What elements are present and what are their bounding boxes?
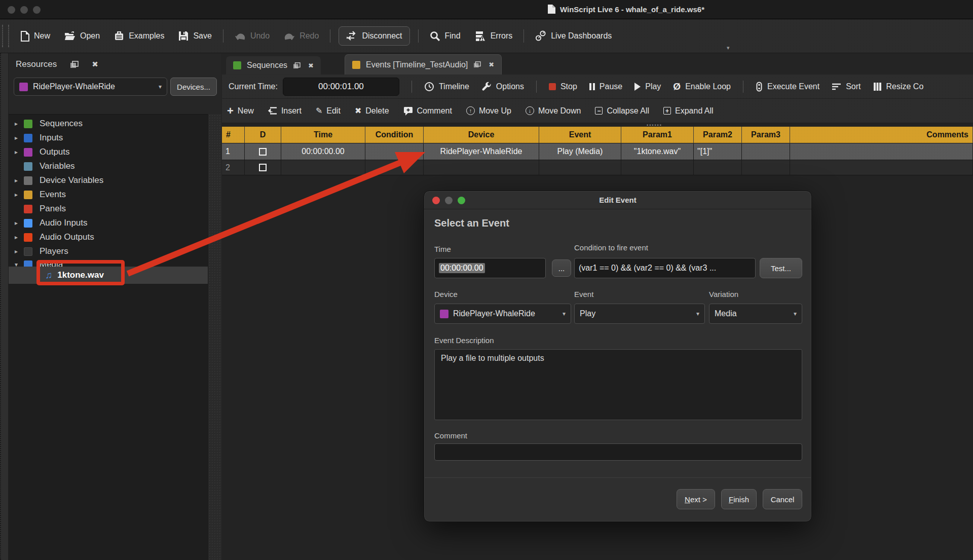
save-button[interactable]: Save — [175, 27, 214, 45]
toolbar-drag-handle[interactable] — [2, 25, 9, 47]
popout-panel-icon[interactable] — [70, 61, 79, 68]
tree-item-outputs[interactable]: ▸ Outputs — [9, 145, 208, 159]
col-event[interactable]: Event — [539, 127, 621, 143]
time-input[interactable]: 00:00:00.00 — [434, 258, 546, 278]
expand-arrow-icon[interactable]: ▸ — [9, 120, 24, 127]
expand-arrow-icon[interactable]: ▸ — [9, 177, 24, 184]
col-param3[interactable]: Param3 — [742, 127, 790, 143]
play-button[interactable]: Play — [634, 82, 661, 91]
window-minimize-button[interactable] — [20, 6, 28, 14]
move-up-button[interactable]: ↑ Move Up — [466, 106, 511, 116]
edit-button[interactable]: ✎ Edit — [316, 106, 341, 116]
col-param1[interactable]: Param1 — [621, 127, 694, 143]
col-num[interactable]: # — [222, 127, 245, 143]
close-panel-icon[interactable]: ✖ — [92, 60, 98, 69]
test-button[interactable]: Test... — [760, 258, 802, 278]
insert-button[interactable]: Insert — [268, 106, 302, 116]
tree-item-audio-inputs[interactable]: ▸ Audio Inputs — [9, 216, 208, 230]
event-description-box[interactable]: Play a file to multiple outputs — [434, 349, 802, 420]
comment-input[interactable] — [434, 443, 802, 461]
tree-item-device-variables[interactable]: ▸ Device Variables — [9, 173, 208, 188]
move-down-button[interactable]: ↓ Move Down — [526, 106, 581, 116]
table-row-1[interactable]: 1 00:00:00.00 RidePlayer-WhaleRide Play … — [222, 143, 973, 160]
table-row-2[interactable]: 2 — [222, 160, 973, 175]
next-button[interactable]: Next > — [677, 489, 715, 509]
col-param2[interactable]: Param2 — [694, 127, 742, 143]
cell-disable[interactable] — [245, 160, 281, 175]
col-condition[interactable]: Condition — [365, 127, 424, 143]
finish-button[interactable]: Finish — [721, 489, 757, 509]
redo-button[interactable]: Redo — [281, 27, 322, 45]
col-time[interactable]: Time — [281, 127, 365, 143]
tab-events-timeline-testaudio[interactable]: Events [Timeline_TestAudio] ✖ — [345, 54, 502, 74]
devices-button[interactable]: Devices... — [170, 78, 217, 96]
expand-arrow-icon[interactable]: ▸ — [9, 134, 24, 141]
cell-device[interactable]: RidePlayer-WhaleRide — [424, 143, 539, 160]
tree-item-inputs[interactable]: ▸ Inputs — [9, 131, 208, 145]
expand-all-button[interactable]: + Expand All — [663, 106, 714, 116]
new-button[interactable]: New — [17, 27, 53, 46]
sort-button[interactable]: Sort — [832, 82, 860, 91]
open-button[interactable]: Open — [61, 27, 103, 45]
find-button[interactable]: Find — [427, 27, 464, 46]
expand-arrow-icon[interactable]: ▸ — [9, 219, 24, 227]
cell-param2[interactable]: "[1]" — [694, 143, 742, 160]
cell-num[interactable]: 2 — [222, 160, 245, 175]
tab-sequences[interactable]: Sequences ✖ — [226, 56, 321, 74]
expand-arrow-icon[interactable]: ▸ — [9, 248, 24, 255]
cell-param3[interactable] — [742, 160, 790, 175]
timeline-button[interactable]: Timeline — [424, 82, 469, 92]
splitter-handle[interactable]: •••••• — [647, 124, 662, 126]
execute-event-button[interactable]: Execute Event — [756, 82, 819, 92]
cell-comments[interactable] — [790, 160, 973, 175]
device-selector-dropdown[interactable]: RidePlayer-WhaleRide ▾ — [14, 78, 167, 96]
undo-button[interactable]: Undo — [232, 27, 273, 45]
tree-item-players[interactable]: ▸ Players — [9, 244, 208, 258]
pause-button[interactable]: Pause — [589, 82, 622, 91]
close-tab-icon[interactable]: ✖ — [308, 62, 314, 69]
cell-param1[interactable] — [621, 160, 694, 175]
window-zoom-button[interactable] — [33, 6, 41, 14]
tree-scrollbar-gutter[interactable] — [208, 114, 221, 560]
col-comments[interactable]: Comments — [790, 127, 973, 143]
comment-button[interactable]: Comment — [403, 106, 452, 116]
cell-comments[interactable] — [790, 143, 973, 160]
stop-button[interactable]: Stop — [549, 82, 577, 91]
checkbox[interactable] — [259, 164, 267, 171]
new-row-button[interactable]: + New — [227, 106, 254, 116]
cell-param1[interactable]: "1ktone.wav" — [621, 143, 694, 160]
event-dropdown[interactable]: Play ▾ — [574, 304, 705, 324]
toolbar-overflow-caret[interactable]: ▾ — [727, 45, 730, 51]
cell-param3[interactable] — [742, 143, 790, 160]
enable-loop-button[interactable]: Ø Enable Loop — [673, 81, 731, 92]
variation-dropdown[interactable]: Media ▾ — [709, 304, 802, 324]
collapse-all-button[interactable]: − Collapse All — [595, 106, 649, 116]
close-tab-icon[interactable]: ✖ — [489, 61, 494, 68]
cell-num[interactable]: 1 — [222, 143, 245, 160]
disconnect-button[interactable]: Disconnect — [339, 26, 409, 46]
tree-item-variables[interactable]: Variables — [9, 159, 208, 173]
cell-time[interactable] — [281, 160, 365, 175]
cell-condition[interactable] — [365, 143, 424, 160]
examples-button[interactable]: Examples — [111, 27, 167, 45]
expand-arrow-icon[interactable]: ▸ — [9, 191, 24, 198]
cancel-button[interactable]: Cancel — [763, 489, 802, 509]
expand-arrow-icon[interactable]: ▸ — [9, 234, 24, 241]
col-disable[interactable]: D — [245, 127, 281, 143]
ellipsis-button[interactable]: ... — [552, 259, 571, 277]
cell-event[interactable]: Play (Media) — [539, 143, 621, 160]
col-device[interactable]: Device — [424, 127, 539, 143]
cell-device[interactable] — [424, 160, 539, 175]
condition-input[interactable]: (var1 == 0) && (var2 == 0) && (var3 ... — [574, 258, 756, 278]
options-button[interactable]: Options — [481, 82, 524, 92]
tree-item-events[interactable]: ▸ Events — [9, 188, 208, 202]
cell-disable[interactable] — [245, 143, 281, 160]
expand-arrow-icon[interactable]: ▸ — [9, 148, 24, 156]
tree-item-sequences[interactable]: ▸ Sequences — [9, 117, 208, 131]
tree-item-audio-outputs[interactable]: ▸ Audio Outputs — [9, 230, 208, 244]
delete-button[interactable]: ✖ Delete — [355, 106, 389, 116]
errors-button[interactable]: Errors — [472, 27, 516, 46]
popout-tab-icon[interactable] — [473, 61, 481, 68]
popout-tab-icon[interactable] — [293, 62, 301, 69]
device-dropdown[interactable]: RidePlayer-WhaleRide ▾ — [434, 304, 571, 324]
